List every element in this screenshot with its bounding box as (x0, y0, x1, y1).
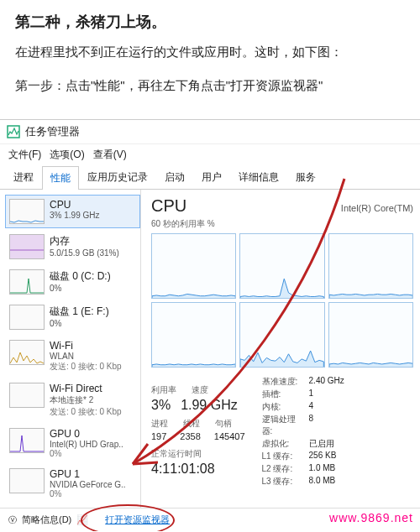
sidebar-item-sub: WLAN (50, 352, 136, 361)
label-proc: 进程 (151, 418, 168, 430)
sidebar-item-sub: 0% (50, 319, 136, 328)
spec-value: 8.0 MB (309, 476, 360, 488)
spec-value: 1 (309, 389, 360, 400)
tabs: 进程 性能 应用历史记录 启动 用户 详细信息 服务 (0, 165, 420, 190)
sidebar-item-sub: Intel(R) UHD Grap.. (50, 440, 136, 449)
article-heading: 第二种，杀猪刀上场。 (15, 12, 405, 32)
tab-startup[interactable]: 启动 (156, 165, 193, 189)
menu-view[interactable]: 查看(V) (93, 148, 127, 162)
label-util: 利用率 (151, 384, 176, 396)
article-p2: 第一步：点击"性能"，再往左下角点击"打开资源监视器" (15, 76, 405, 96)
sidebar-item-wifi-direct[interactable]: Wi-Fi Direct本地连接* 2发送: 0 接收: 0 Kbp (5, 378, 140, 422)
cpu-model: Intel(R) Core(TM) (341, 203, 413, 213)
label-speed: 速度 (192, 384, 208, 396)
sidebar-item-wifi[interactable]: Wi-FiWLAN发送: 0 接收: 0 Kbp (5, 336, 140, 377)
label-uptime: 正常运行时间 (151, 448, 245, 460)
spec-value: 2.40 GHz (309, 376, 360, 388)
sidebar-item-label: 内存 (50, 234, 136, 248)
spec-label: 基准速度: (262, 376, 306, 388)
monitor-icon: 📈 (76, 514, 88, 525)
tab-details[interactable]: 详细信息 (230, 165, 287, 189)
sidebar-item-sub: 0% (50, 284, 136, 293)
sidebar: CPU3% 1.99 GHz 内存5.0/15.9 GB (31%) 磁盘 0 … (0, 190, 141, 508)
cpu-core-chart (328, 233, 413, 299)
sidebar-item-disk0[interactable]: 磁盘 0 (C: D:)0% (5, 265, 140, 299)
spec-value: 8 (309, 414, 360, 437)
spec-label: 虚拟化: (262, 438, 306, 450)
sidebar-item-label: 磁盘 0 (C: D:) (50, 269, 136, 284)
spec-label: 逻辑处理器: (262, 414, 306, 437)
tab-processes[interactable]: 进程 (5, 165, 42, 189)
tab-app-history[interactable]: 应用历史记录 (79, 165, 156, 189)
sidebar-item-label: CPU (50, 199, 136, 211)
value-proc: 197 (151, 431, 166, 441)
value-handles: 145407 (214, 431, 245, 441)
cpu-core-chart (151, 233, 236, 299)
menu-bar: 文件(F) 选项(O) 查看(V) (0, 144, 420, 165)
task-manager-window: 任务管理器 文件(F) 选项(O) 查看(V) 进程 性能 应用历史记录 启动 … (0, 119, 420, 531)
sidebar-item-memory[interactable]: 内存5.0/15.9 GB (31%) (5, 230, 140, 263)
less-details-link[interactable]: 简略信息(D) (22, 514, 71, 526)
spec-value: 1.0 MB (309, 463, 360, 475)
value-uptime: 4:11:01:08 (151, 462, 245, 477)
title-bar: 任务管理器 (0, 120, 420, 144)
open-resource-monitor-link[interactable]: 打开资源监视器 (105, 514, 170, 526)
sidebar-item-sub2: 0% (50, 489, 136, 498)
sidebar-item-label: GPU 1 (50, 468, 136, 480)
spec-label: L3 缓存: (262, 476, 306, 488)
tab-services[interactable]: 服务 (287, 165, 324, 189)
main-panel: CPU Intel(R) Core(TM) 60 秒的利用率 % 利用率速度 3… (141, 190, 420, 508)
spec-label: 插槽: (262, 389, 306, 400)
sidebar-item-sub: NVIDIA GeForce G.. (50, 480, 136, 489)
page-title: CPU (151, 196, 186, 216)
cpu-core-chart (328, 302, 413, 368)
article-p1: 在进程里找不到正在运行的文件或应用时。这时，如下图： (15, 42, 405, 62)
spec-value: 已启用 (309, 438, 360, 450)
taskmgr-icon (7, 125, 20, 138)
spec-value: 256 KB (309, 451, 360, 462)
cpu-core-chart (151, 302, 236, 368)
label-handles: 句柄 (215, 418, 232, 430)
sidebar-item-sub: 3% 1.99 GHz (50, 211, 136, 220)
sidebar-item-label: Wi-Fi (50, 340, 136, 352)
cpu-core-chart (239, 233, 324, 299)
value-util: 3% (151, 398, 171, 413)
cpu-charts (151, 233, 413, 368)
sidebar-item-sub: 5.0/15.9 GB (31%) (50, 248, 136, 258)
sidebar-item-sub2: 发送: 0 接收: 0 Kbp (50, 406, 136, 418)
spec-value: 4 (309, 401, 360, 413)
spec-label: 内核: (262, 401, 306, 413)
sidebar-item-cpu[interactable]: CPU3% 1.99 GHz (5, 195, 140, 228)
sidebar-item-gpu0[interactable]: GPU 0Intel(R) UHD Grap..0% (5, 424, 140, 462)
tab-users[interactable]: 用户 (193, 165, 230, 189)
window-title: 任务管理器 (25, 124, 80, 139)
sidebar-item-label: Wi-Fi Direct (50, 383, 136, 394)
sidebar-item-sub: 本地连接* 2 (50, 394, 136, 406)
menu-file[interactable]: 文件(F) (8, 148, 41, 162)
cpu-spec: 基准速度:2.40 GHz 插槽:1 内核:4 逻辑处理器:8 虚拟化:已启用 … (262, 376, 360, 488)
tab-performance[interactable]: 性能 (42, 166, 79, 190)
chevron-up-icon[interactable]: ⓥ (8, 514, 17, 526)
chart-subtitle: 60 秒的利用率 % (151, 218, 413, 230)
cpu-core-chart (239, 302, 324, 368)
sidebar-item-label: 磁盘 1 (E: F:) (50, 305, 136, 319)
sidebar-item-sub2: 0% (50, 449, 136, 458)
sidebar-item-sub2: 发送: 0 接收: 0 Kbp (50, 361, 136, 373)
spec-label: L1 缓存: (262, 451, 306, 462)
watermark: www.9869.net (329, 511, 413, 524)
label-threads: 线程 (183, 418, 200, 430)
menu-options[interactable]: 选项(O) (50, 148, 84, 162)
value-speed: 1.99 GHz (181, 398, 238, 413)
sidebar-item-label: GPU 0 (50, 428, 136, 440)
svg-rect-1 (10, 235, 44, 258)
sidebar-item-gpu1[interactable]: GPU 1NVIDIA GeForce G..0% (5, 464, 140, 503)
value-threads: 2358 (180, 431, 200, 441)
sidebar-item-disk1[interactable]: 磁盘 1 (E: F:)0% (5, 300, 140, 334)
spec-label: L2 缓存: (262, 463, 306, 475)
